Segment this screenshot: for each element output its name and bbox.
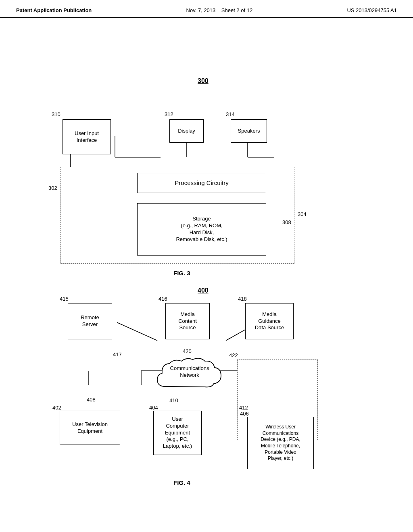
communications-network: Communications Network: [149, 356, 230, 393]
date: Nov. 7, 2013: [186, 7, 216, 13]
ref-410: 410: [169, 397, 178, 403]
fig3-title: 300: [198, 77, 209, 85]
ref-402: 402: [52, 405, 61, 411]
ref-422: 422: [229, 352, 238, 358]
speakers-box: Speakers: [231, 119, 267, 143]
ref-415: 415: [60, 296, 69, 302]
ref-310: 310: [52, 111, 60, 117]
user-tv-label: User Television Equipment: [72, 421, 108, 435]
ref-404: 404: [149, 405, 158, 411]
wireless-user-label: Wireless User Communications Device (e.g…: [261, 424, 300, 462]
display-box: Display: [169, 119, 204, 143]
user-computer-box: User Computer Equipment (e.g., PC, Lapto…: [153, 411, 202, 455]
date-sheet: Nov. 7, 2013 Sheet 2 of 12: [186, 7, 253, 13]
ref-312: 312: [165, 111, 173, 117]
media-guidance-box: Media Guidance Data Source: [245, 303, 294, 339]
storage-box: Storage (e.g., RAM, ROM, Hard Disk, Remo…: [137, 203, 266, 256]
storage-label: Storage (e.g., RAM, ROM, Hard Disk, Remo…: [176, 216, 227, 243]
sheet: Sheet 2 of 12: [221, 7, 252, 13]
remote-server-box: Remote Server: [68, 303, 112, 339]
processing-circuitry-box: Processing Circuitry: [137, 173, 266, 193]
user-input-interface-box: User Input Interface: [63, 119, 111, 154]
media-content-box: Media Content Source: [165, 303, 210, 339]
patent-number: US 2013/0294755 A1: [347, 7, 397, 13]
comms-network-label: Communications Network: [170, 365, 209, 378]
ref-302: 302: [48, 185, 57, 191]
ref-304: 304: [298, 211, 307, 217]
user-computer-label: User Computer Equipment (e.g., PC, Lapto…: [163, 416, 192, 450]
processing-label: Processing Circuitry: [175, 179, 228, 187]
ref-412: 412: [239, 405, 248, 411]
ref-417: 417: [113, 351, 122, 357]
ref-308: 308: [282, 219, 291, 225]
publication-label: Patent Application Publication: [16, 7, 92, 13]
fig4-label: FIG. 4: [173, 479, 190, 486]
media-guidance-label: Media Guidance Data Source: [255, 311, 284, 332]
ref-314: 314: [226, 111, 235, 117]
ref-406: 406: [240, 411, 249, 417]
ref-420: 420: [183, 348, 192, 354]
ref-418: 418: [238, 296, 247, 302]
user-tv-box: User Television Equipment: [60, 411, 120, 445]
ref-408: 408: [87, 397, 96, 403]
ref-416: 416: [159, 296, 167, 302]
diagram-area: 300 310 User Input Interface 312 Display…: [0, 18, 413, 526]
media-content-label: Media Content Source: [178, 311, 197, 332]
wireless-user-box: Wireless User Communications Device (e.g…: [247, 417, 314, 469]
fig3-label: FIG. 3: [173, 270, 190, 276]
page-header: Patent Application Publication Nov. 7, 2…: [0, 0, 413, 18]
speakers-label: Speakers: [238, 128, 260, 135]
user-input-label: User Input Interface: [75, 130, 99, 144]
remote-server-label: Remote Server: [81, 314, 99, 328]
fig4-title: 400: [198, 287, 209, 294]
display-label: Display: [178, 128, 195, 135]
